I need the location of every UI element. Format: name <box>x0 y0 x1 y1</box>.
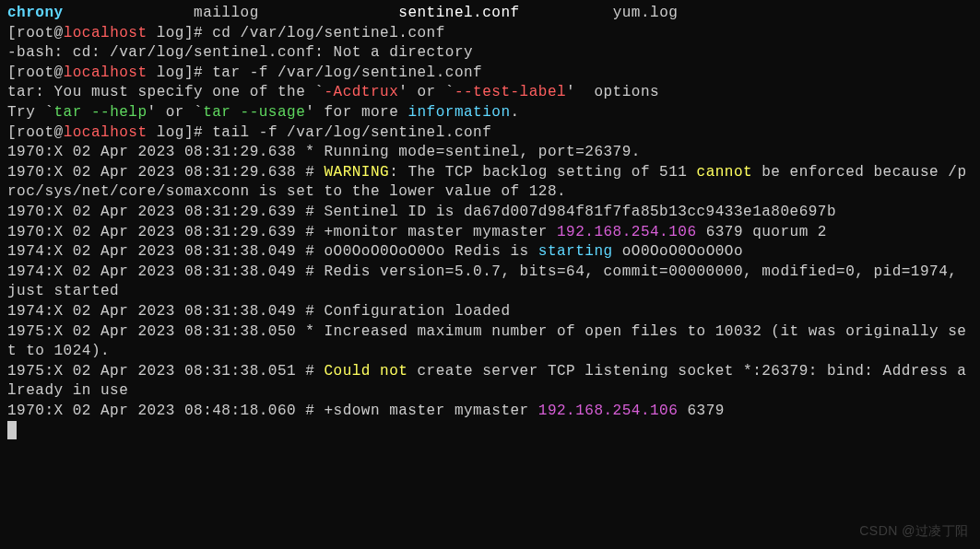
log-line-8: 1975:X 02 Apr 2023 08:31:38.050 * Increa… <box>7 322 973 362</box>
tar-error: tar: You must specify one of the `-Acdtr… <box>7 83 973 103</box>
prompt-line-3[interactable]: [root@localhost log]# tail -f /var/log/s… <box>7 123 973 144</box>
cursor-line[interactable] <box>7 421 973 442</box>
log-line-1: 1970:X 02 Apr 2023 08:31:29.638 * Runnin… <box>7 143 973 163</box>
log-line-10: 1970:X 02 Apr 2023 08:48:18.060 # +sdown… <box>7 402 973 422</box>
ip-address: 192.168.254.106 <box>538 403 679 419</box>
tar-try: Try `tar --help' or `tar --usage' for mo… <box>7 103 973 123</box>
prompt-line-2[interactable]: [root@localhost log]# tar -f /var/log/se… <box>7 64 973 84</box>
file-yumlog: yum.log <box>613 5 679 21</box>
command-tar: tar -f /var/log/sentinel.conf <box>212 64 482 81</box>
log-line-5: 1974:X 02 Apr 2023 08:31:38.049 # oO0OoO… <box>7 242 973 263</box>
file-sentinel: sentinel.conf <box>398 5 519 21</box>
bash-error: -bash: cd: /var/log/sentinel.conf: Not a… <box>7 43 973 64</box>
file-chrony: chrony <box>7 5 64 21</box>
log-line-6: 1974:X 02 Apr 2023 08:31:38.049 # Redis … <box>7 263 973 302</box>
prompt-line-1[interactable]: [root@localhost log]# cd /var/log/sentin… <box>7 24 973 44</box>
log-line-3: 1970:X 02 Apr 2023 08:31:29.639 # Sentin… <box>7 203 973 223</box>
hostname: localhost <box>64 25 148 41</box>
log-line-4: 1970:X 02 Apr 2023 08:31:29.639 # +monit… <box>7 223 973 243</box>
warning-label: WARNING <box>324 164 389 181</box>
watermark: CSDN @过凌丁阳 <box>859 522 969 540</box>
ls-output-row: chrony maillog sentinel.conf yum.log <box>7 4 973 24</box>
command-tail: tail -f /var/log/sentinel.conf <box>212 124 491 141</box>
log-line-7: 1974:X 02 Apr 2023 08:31:38.049 # Config… <box>7 302 973 322</box>
command-cd: cd /var/log/sentinel.conf <box>212 25 445 41</box>
ip-address: 192.168.254.106 <box>557 224 697 240</box>
log-line-9: 1975:X 02 Apr 2023 08:31:38.051 # Could … <box>7 362 973 402</box>
log-line-2: 1970:X 02 Apr 2023 08:31:29.638 # WARNIN… <box>7 163 973 203</box>
could-not-error: Could not <box>324 363 407 380</box>
terminal-cursor[interactable] <box>7 421 17 439</box>
file-maillog: maillog <box>194 5 259 21</box>
